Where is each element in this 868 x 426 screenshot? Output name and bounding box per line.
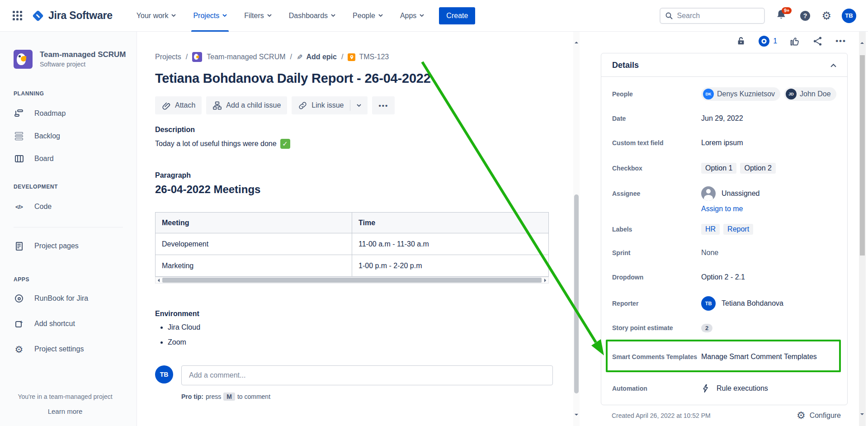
field-checkbox: Checkbox Option 1 Option 2 (612, 162, 836, 175)
sidebar-item-project-settings[interactable]: ⚙ Project settings (14, 338, 137, 360)
reporter-value[interactable]: TB Tetiana Bohdanova (701, 296, 836, 311)
configure-button[interactable]: ⚙ Configure (797, 411, 841, 421)
lock-icon (736, 36, 746, 47)
watchers-button[interactable]: 1 (758, 35, 777, 47)
sidebar-item-backlog[interactable]: Backlog (14, 125, 137, 147)
nav-apps[interactable]: Apps (398, 0, 426, 32)
meetings-table: Meeting Time Developement 11-00 a.m - 11… (155, 212, 549, 277)
search-icon (665, 12, 673, 20)
issue-main-content: Projects / Team-managed SCRUM / ✎ Add ep… (137, 32, 573, 426)
table-row: Marketing 1-00 p.m - 2-20 p.m (156, 255, 549, 277)
unassigned-avatar-icon (701, 186, 716, 201)
dropdown-value[interactable]: Option 2 - 2.1 (701, 273, 836, 281)
breadcrumb-issue-key[interactable]: TMS-123 (348, 53, 389, 61)
code-icon: </> (14, 201, 24, 212)
details-header[interactable]: Details (601, 53, 847, 76)
field-smart-comments: Smart Comments Templates Manage Smart Co… (612, 344, 836, 369)
lock-button[interactable] (736, 36, 746, 47)
breadcrumb-project[interactable]: Team-managed SCRUM (207, 53, 285, 61)
scroll-up-arrow[interactable] (860, 34, 864, 43)
global-search[interactable] (660, 8, 765, 24)
story-point-badge[interactable]: 2 (701, 324, 712, 332)
person-chip[interactable]: JD John Doe (784, 87, 836, 101)
attach-button[interactable]: Attach (155, 96, 202, 114)
sidebar-item-runbook[interactable]: RunBook for Jira (14, 287, 137, 310)
nav-your-work[interactable]: Your work (135, 0, 178, 32)
create-button[interactable]: Create (439, 7, 475, 24)
label-chip[interactable]: HR (701, 224, 720, 235)
vote-button[interactable] (789, 36, 800, 47)
sidebar-item-project-pages[interactable]: Project pages (14, 235, 137, 257)
field-assignee: Assignee Unassigned Assign to me (612, 186, 836, 213)
scroll-up-arrow[interactable] (575, 34, 578, 42)
avatar: DK (703, 89, 714, 99)
breadcrumb: Projects / Team-managed SCRUM / ✎ Add ep… (155, 52, 555, 62)
user-avatar[interactable]: TB (842, 9, 856, 23)
smart-comments-value[interactable]: Manage Smart Comment Templates (701, 353, 836, 361)
more-actions-button[interactable]: ••• (372, 96, 395, 114)
scroll-left-arrow[interactable] (156, 279, 162, 282)
chevron-up-icon (830, 63, 836, 67)
description-text[interactable]: Today a lot of useful things were done ✓ (155, 139, 555, 149)
scroll-down-arrow[interactable] (860, 415, 864, 423)
meetings-heading: 26-04-2022 Meetings (155, 183, 555, 196)
link-issue-button[interactable]: Link issue (292, 96, 350, 114)
notifications-button[interactable]: 9+ (775, 8, 789, 24)
learn-more-link[interactable]: Learn more (0, 407, 130, 415)
checkbox-option-chip[interactable]: Option 1 (701, 163, 736, 174)
sidebar-item-code[interactable]: </> Code (14, 195, 137, 218)
issue-details-panel: 1 ••• Details People (580, 32, 859, 426)
assign-to-me-link[interactable]: Assign to me (701, 205, 836, 213)
date-value[interactable]: Jun 29, 2022 (701, 114, 836, 123)
field-story-points: Story point estimate 2 (612, 322, 836, 333)
eye-icon (758, 35, 770, 47)
scrollbar-thumb[interactable] (574, 194, 579, 393)
sidebar-item-roadmap[interactable]: Roadmap (14, 102, 137, 125)
assignee-value[interactable]: Unassigned (701, 186, 836, 201)
project-avatar-small (192, 52, 202, 62)
field-sprint: Sprint None (612, 247, 836, 258)
custom-text-value[interactable]: Lorem ipsum (701, 139, 836, 147)
sidebar-item-board[interactable]: Board (14, 147, 137, 170)
nav-projects[interactable]: Projects (191, 0, 229, 32)
scrollbar-thumb[interactable] (860, 55, 865, 256)
add-child-issue-button[interactable]: Add a child issue (206, 96, 287, 114)
search-input[interactable] (677, 12, 749, 20)
keyboard-key-m: M (223, 393, 235, 401)
scroll-right-arrow[interactable] (542, 279, 548, 282)
nav-dashboards[interactable]: Dashboards (287, 0, 337, 32)
label-chip[interactable]: Report (723, 224, 753, 235)
scrollbar-thumb[interactable] (162, 278, 542, 283)
nav-people[interactable]: People (351, 0, 385, 32)
comment-input[interactable] (181, 365, 553, 385)
main-vertical-scrollbar[interactable] (573, 32, 580, 426)
top-navigation-bar: Jira Software Your work Projects Filters… (0, 0, 868, 32)
more-options-button[interactable]: ••• (835, 37, 846, 46)
jira-logo[interactable]: Jira Software (32, 9, 113, 22)
sprint-value[interactable]: None (701, 249, 836, 257)
app-switcher-icon[interactable] (13, 11, 22, 20)
scroll-down-arrow[interactable] (575, 416, 578, 424)
chevron-down-icon (267, 14, 272, 17)
checkbox-option-chip[interactable]: Option 2 (740, 163, 775, 174)
project-avatar (14, 50, 33, 69)
breadcrumb-projects[interactable]: Projects (155, 53, 181, 61)
breadcrumb-add-epic[interactable]: ✎ Add epic (297, 53, 337, 62)
person-chip[interactable]: DK Denys Kuznietsov (701, 87, 780, 101)
roadmap-icon (14, 108, 24, 119)
table-horizontal-scrollbar[interactable] (155, 277, 549, 284)
share-button[interactable] (812, 36, 823, 47)
table-header-row: Meeting Time (156, 213, 549, 233)
chevron-down-icon (222, 14, 227, 17)
project-type: Software project (40, 61, 126, 68)
automation-value[interactable]: Rule executions (701, 383, 836, 394)
settings-button[interactable]: ⚙ (821, 10, 831, 21)
nav-filters[interactable]: Filters (242, 0, 274, 32)
link-issue-dropdown[interactable] (350, 96, 368, 114)
panel-vertical-scrollbar[interactable] (859, 32, 866, 426)
help-button[interactable]: ? (799, 10, 811, 22)
issue-title[interactable]: Tetiana Bohdanova Daily Report - 26-04-2… (155, 71, 555, 86)
project-header[interactable]: Team-managed SCRUM Software project (14, 50, 137, 69)
project-sidebar: Team-managed SCRUM Software project PLAN… (0, 32, 137, 426)
sidebar-item-add-shortcut[interactable]: + Add shortcut (14, 312, 137, 335)
